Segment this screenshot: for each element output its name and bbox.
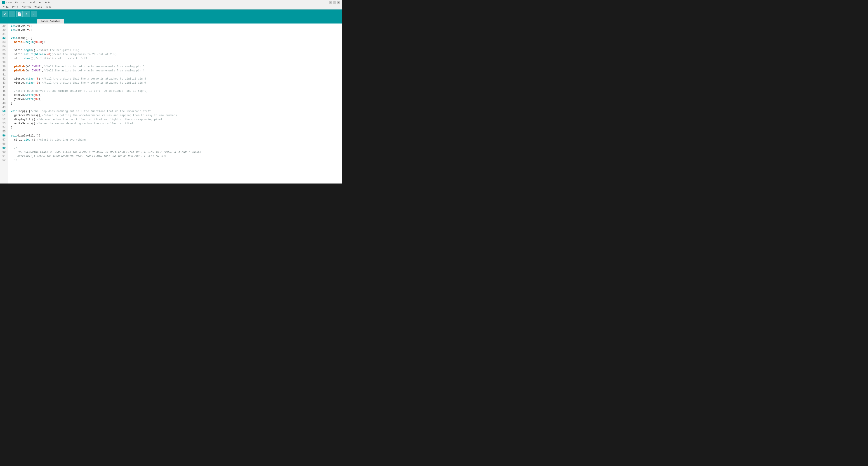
new-button[interactable]: 📄 <box>16 11 23 17</box>
code-line-62: */ <box>11 158 339 162</box>
code-line-30: int servoY = 0; <box>11 28 339 32</box>
code-line-31 <box>11 32 339 36</box>
code-line-35: strip.begin(); //start the neo-pixel rin… <box>11 49 339 53</box>
verify-button[interactable]: ✓ <box>2 11 8 17</box>
code-line-54: } <box>11 126 339 130</box>
code-line-59: /* <box>11 146 339 150</box>
code-line-51: getAccelValues(); //start by getting the… <box>11 114 339 118</box>
close-button[interactable]: ✕ <box>337 1 340 4</box>
code-line-50: void loop() { //the loop does nothing bu… <box>11 110 339 114</box>
code-line-34 <box>11 44 339 49</box>
maximize-button[interactable]: □ <box>333 1 336 4</box>
code-lines[interactable]: int servoX = 0; int servoY = 0; void set… <box>8 24 342 184</box>
code-line-44 <box>11 85 339 89</box>
code-line-52: displayTilt(); //determine how the conrt… <box>11 118 339 122</box>
menu-tools[interactable]: Tools <box>33 5 43 9</box>
menu-file[interactable]: File <box>1 5 10 9</box>
menu-bar: File Edit Sketch Tools Help <box>0 5 342 9</box>
menu-edit[interactable]: Edit <box>10 5 20 9</box>
app-window: Laser_Painter | Arduino 1.6.9 – □ ✕ File… <box>0 0 342 184</box>
code-line-38 <box>11 61 339 65</box>
code-line-55 <box>11 130 339 134</box>
code-line-47: yServo.write(90); <box>11 97 339 101</box>
code-line-46: xServo.write(90); <box>11 93 339 97</box>
code-line-53: writeServos(); //move the servos dependi… <box>11 122 339 126</box>
minimize-button[interactable]: – <box>329 1 332 4</box>
code-line-40: pinMode(A4,INPUT); //tell the ardino to … <box>11 69 339 73</box>
code-line-61: setPixel(); TAKES THE CORRESPONDING PIXE… <box>11 154 339 158</box>
code-line-60: THE FOLLOWING LINES OF CODE CHECK THE X … <box>11 150 339 154</box>
title-bar: Laser_Painter | Arduino 1.6.9 – □ ✕ <box>0 0 342 5</box>
toolbar: ✓ → 📄 ↑ ↓ <box>0 9 342 19</box>
code-line-43: yServo.attach(9); //tell the arduino tha… <box>11 81 339 85</box>
code-line-32: void setup() { <box>11 36 339 40</box>
window-controls: – □ ✕ <box>329 1 340 4</box>
code-editor: 29 30 31 32 33 34 35 36 37 38 39 40 41 4… <box>0 24 342 184</box>
window-title: Laser_Painter | Arduino 1.6.9 <box>6 1 329 4</box>
code-line-58 <box>11 142 339 146</box>
code-line-39: pinMode(A5,INPUT); //tell the ardino to … <box>11 65 339 69</box>
code-line-37: strip.show(); // Initialize all pixels t… <box>11 57 339 61</box>
code-line-36: strip.setBrightness(20); //set the brigh… <box>11 53 339 57</box>
save-button[interactable]: ↓ <box>31 11 37 17</box>
menu-sketch[interactable]: Sketch <box>20 5 33 9</box>
tab-laser-painter[interactable]: Laser_Painter <box>37 19 64 24</box>
code-line-48: } <box>11 101 339 105</box>
code-line-56: void displayTilt(){ <box>11 134 339 138</box>
code-line-45: //start both servos at the middle positi… <box>11 89 339 93</box>
code-line-42: xServo.attach(8); //tell the arduino tha… <box>11 77 339 81</box>
menu-help[interactable]: Help <box>43 5 53 9</box>
code-line-29: int servoX = 0; <box>11 24 339 28</box>
code-line-33: Serial.begin(9600); <box>11 40 339 44</box>
app-icon <box>2 1 5 4</box>
code-line-57: strip.clear(); //start by clearing every… <box>11 138 339 142</box>
code-line-49 <box>11 105 339 110</box>
tab-label: Laser_Painter <box>41 20 60 23</box>
open-button[interactable]: ↑ <box>24 11 30 17</box>
upload-button[interactable]: → <box>9 11 16 17</box>
code-line-41 <box>11 73 339 77</box>
tab-bar: Laser_Painter <box>0 19 342 24</box>
line-numbers: 29 30 31 32 33 34 35 36 37 38 39 40 41 4… <box>0 24 8 184</box>
